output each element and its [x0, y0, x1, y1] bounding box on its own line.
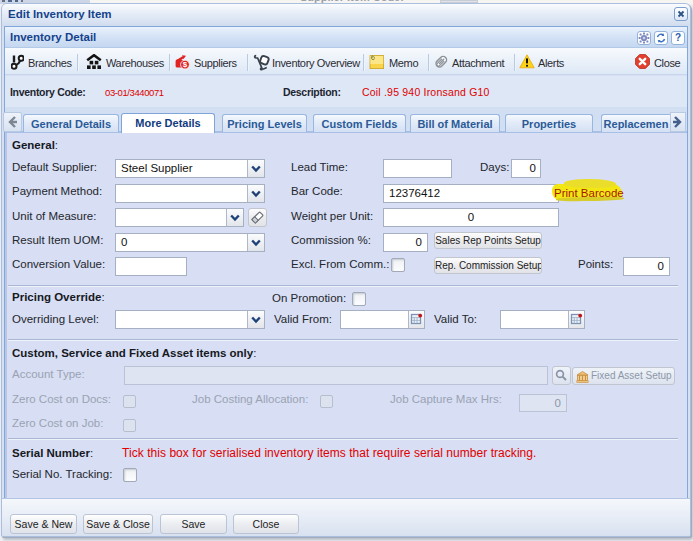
svg-text:$: $: [183, 60, 188, 69]
